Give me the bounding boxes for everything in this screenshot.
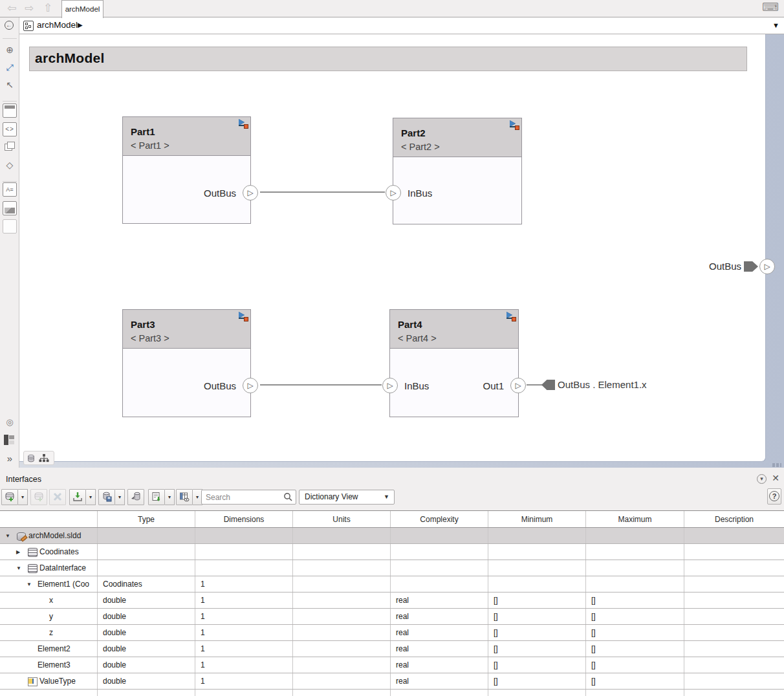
data-dictionary-badge-icon[interactable] [27,453,36,463]
component-part2[interactable]: Part2 < Part2 > ▷ InBus [393,118,522,224]
cell-description[interactable] [684,544,784,560]
cell-maximum[interactable] [586,528,684,543]
cell-description[interactable] [684,576,784,592]
cell-maximum[interactable] [586,690,684,696]
cell-complexity[interactable] [391,544,488,560]
add-interface-button[interactable] [1,489,18,505]
table-row[interactable]: ValueTypedouble1real[][] [0,673,784,690]
table-row[interactable]: ▼Element1 (CooCoodinates1 [0,576,784,593]
save-dictionary-button[interactable] [98,489,115,505]
cell-complexity[interactable]: real [391,593,488,608]
table-row[interactable]: xdouble1real[][] [0,593,784,609]
import-dropdown-icon[interactable]: ▾ [86,489,96,505]
column-header[interactable]: Complexity [391,511,488,527]
annotation-icon[interactable]: A≡ [3,182,17,197]
cell-minimum[interactable]: [] [488,673,586,689]
cell-description[interactable] [684,641,784,657]
cell-description[interactable] [684,528,784,543]
cell-dimensions[interactable]: 1 [195,657,293,673]
cell-minimum[interactable] [488,576,586,592]
column-header[interactable]: Units [293,511,391,527]
row-name-cell[interactable]: z [0,625,98,640]
component-part4[interactable]: Part4 < Part4 > ▷ InBus Out1 ▷ [389,309,519,417]
cell-dimensions[interactable]: 1 [195,576,293,592]
breadcrumb-dropdown-icon[interactable]: ▼ [772,21,779,29]
component-header[interactable]: Part4 < Part4 > [390,310,518,349]
breadcrumb[interactable]: archModel [37,20,78,30]
area-box-icon[interactable] [3,219,17,234]
column-header[interactable]: Type [98,511,195,527]
duplicate-icon[interactable] [3,140,17,155]
cell-type[interactable]: double [98,625,195,640]
zone-icon[interactable]: ◇ [3,158,17,173]
cell-minimum[interactable]: [] [488,593,586,608]
cell-units[interactable] [293,609,391,624]
cell-minimum[interactable]: [] [488,625,586,640]
cell-description[interactable] [684,625,784,640]
breadcrumb-arrow-icon[interactable]: ▶ [78,21,83,28]
row-name-cell[interactable]: ▶Coodinates [0,544,98,560]
cell-minimum[interactable] [488,544,586,560]
cell-units[interactable] [293,625,391,640]
cell-maximum[interactable] [586,576,684,592]
cell-dimensions[interactable] [195,560,293,576]
cell-complexity[interactable]: real [391,657,488,673]
cell-dimensions[interactable]: 1 [195,593,293,608]
row-name-cell[interactable] [0,690,98,696]
cell-description[interactable] [684,560,784,576]
column-header[interactable]: Maximum [586,511,684,527]
cell-description[interactable] [684,609,784,624]
port-label[interactable]: OutBus [204,188,236,199]
cell-units[interactable] [293,528,391,543]
table-row[interactable]: Element3double1real[][] [0,657,784,673]
cell-complexity[interactable] [391,560,488,576]
camera-icon[interactable] [3,415,17,430]
column-header[interactable]: Description [684,511,784,527]
select-cursor-icon[interactable]: ↖ [3,78,17,92]
cell-maximum[interactable] [586,560,684,576]
cell-minimum[interactable] [488,690,586,696]
cell-minimum[interactable] [488,528,586,543]
cell-units[interactable] [293,690,391,696]
boundary-port-label[interactable]: OutBus [682,261,741,272]
cell-maximum[interactable]: [] [586,673,684,689]
connector-part4-annotation[interactable] [527,384,542,386]
cell-maximum[interactable] [586,544,684,560]
connector-part3-part4[interactable] [260,384,382,386]
table-row[interactable]: ▼archModel.sldd [0,528,784,544]
column-header[interactable]: Minimum [488,511,586,527]
cell-minimum[interactable]: [] [488,641,586,657]
cell-maximum[interactable]: [] [586,657,684,673]
canvas-scroll-frame[interactable]: archModel Part1 < Part1 > OutBus ▷ Part2 [19,34,784,468]
cell-type[interactable]: double [98,641,195,657]
boundary-port-anchor-icon[interactable] [744,261,758,272]
component-header[interactable]: Part2 < Part2 > [393,118,521,157]
cell-dimensions[interactable]: 1 [195,625,293,640]
row-name-cell[interactable]: ValueType [0,673,98,689]
component-header[interactable]: Part3 < Part3 > [123,310,250,349]
export-report-dropdown-icon[interactable]: ▾ [165,489,175,505]
column-header[interactable]: Dimensions [195,511,293,527]
cell-description[interactable] [684,690,784,696]
up-icon[interactable]: ⇧ [40,1,56,16]
connector-part1-part2[interactable] [260,191,385,193]
cell-dimensions[interactable]: 1 [195,673,293,689]
back-icon[interactable]: ⇦ [4,1,19,16]
resize-grip[interactable] [772,463,781,467]
viewport-icon[interactable] [3,103,17,118]
cell-complexity[interactable]: real [391,609,488,624]
cell-type[interactable]: double [98,593,195,608]
column-header-tree[interactable] [0,511,98,527]
cell-description[interactable] [684,673,784,689]
output-port-icon[interactable]: ▷ [510,378,526,393]
cell-units[interactable] [293,641,391,657]
table-row-empty[interactable] [0,690,784,696]
cell-complexity[interactable]: real [391,641,488,657]
output-port-icon[interactable]: ▷ [243,185,258,201]
row-name-cell[interactable]: ▼archModel.sldd [0,528,98,543]
search-input[interactable] [206,491,280,503]
signal-annotation[interactable]: OutBus . Element1.x [558,379,647,390]
cell-description[interactable] [684,593,784,608]
expand-icon[interactable]: ▶ [16,544,25,560]
cell-dimensions[interactable] [195,544,293,560]
